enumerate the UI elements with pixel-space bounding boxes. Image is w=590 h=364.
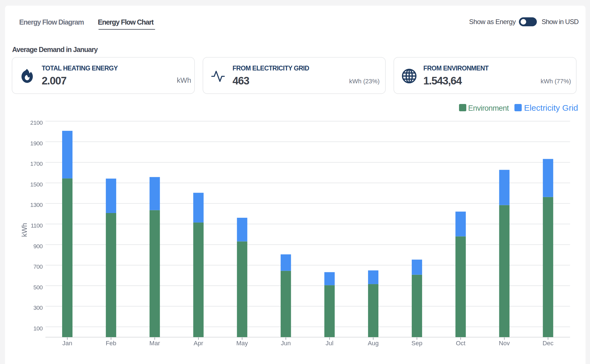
svg-text:kWh: kWh — [20, 223, 28, 237]
svg-text:Jan: Jan — [62, 340, 72, 347]
svg-text:1700: 1700 — [30, 160, 43, 167]
svg-text:700: 700 — [33, 263, 43, 270]
svg-text:1500: 1500 — [30, 181, 43, 188]
svg-text:Apr: Apr — [194, 340, 203, 347]
svg-text:Nov: Nov — [499, 340, 510, 347]
svg-text:100: 100 — [33, 325, 43, 332]
svg-text:Aug: Aug — [368, 340, 379, 347]
svg-text:Dec: Dec — [542, 340, 553, 347]
svg-text:Oct: Oct — [456, 340, 465, 347]
svg-text:900: 900 — [33, 243, 43, 249]
svg-text:1300: 1300 — [30, 202, 43, 208]
svg-text:1100: 1100 — [31, 222, 43, 229]
svg-text:Jun: Jun — [281, 340, 291, 347]
svg-text:1900: 1900 — [30, 140, 43, 146]
svg-text:May: May — [236, 340, 248, 347]
svg-text:300: 300 — [33, 304, 43, 311]
svg-text:500: 500 — [33, 284, 43, 290]
svg-text:Sep: Sep — [411, 340, 422, 347]
svg-text:Jul: Jul — [326, 340, 333, 347]
svg-text:Feb: Feb — [106, 340, 116, 347]
svg-text:Mar: Mar — [149, 340, 160, 347]
svg-text:2100: 2100 — [30, 119, 43, 126]
